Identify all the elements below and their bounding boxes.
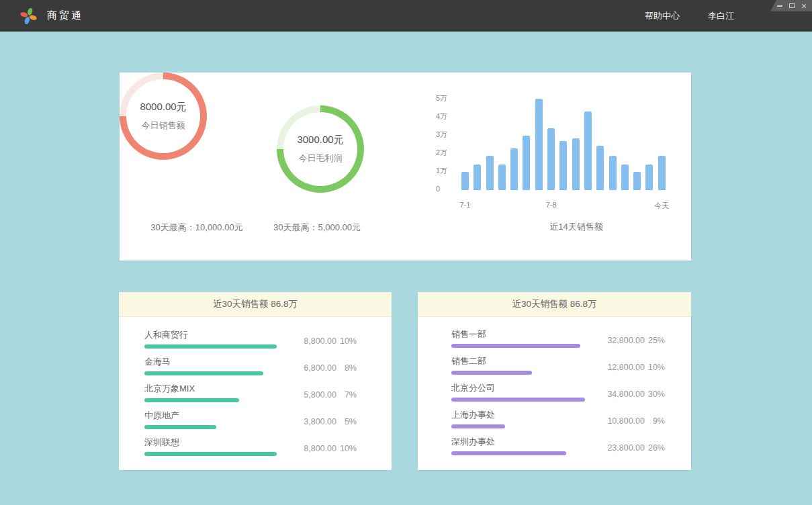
rank-bar — [451, 371, 532, 375]
customer-list: 人和商贸行8,800.0010%金海马6,800.008%北京万象MIX5,80… — [119, 317, 392, 463]
y-tick-label: 5万 — [436, 93, 447, 103]
titlebar: 商贸通 帮助中心 李白江 ✕ — [0, 0, 812, 32]
rank-percent: 8% — [336, 363, 357, 373]
chart-bar — [498, 165, 506, 190]
rank-percent: 7% — [336, 390, 357, 400]
rank-row: 深圳联想8,800.0010% — [144, 437, 357, 463]
chart-bar — [633, 172, 641, 190]
rank-row: 上海办事处10,800.009% — [451, 409, 665, 436]
customer-panel-title: 近30天销售额 86.8万 — [119, 292, 392, 317]
rank-bar — [144, 425, 216, 429]
rank-bar — [144, 398, 239, 402]
customer-sales-panel: 近30天销售额 86.8万 人和商贸行8,800.0010%金海马6,800.0… — [119, 292, 392, 470]
rank-percent: 9% — [645, 416, 665, 426]
y-tick-label: 1万 — [436, 166, 447, 175]
x-tick-label: 7-8 — [546, 201, 557, 209]
rank-amount: 8,800.00 — [284, 444, 336, 453]
chart-bar — [486, 156, 494, 190]
help-center-link[interactable]: 帮助中心 — [645, 10, 680, 22]
rank-value: 32,800.0025% — [592, 336, 665, 345]
x-tick-label: 7-1 — [460, 201, 471, 209]
rank-bar — [144, 345, 277, 349]
rank-bar — [451, 451, 566, 455]
rank-row: 销售二部12,800.0010% — [451, 355, 665, 382]
chart-bar — [645, 165, 653, 190]
minimize-button[interactable] — [776, 3, 783, 9]
today-sales-label: 今日销售额 — [142, 120, 185, 132]
today-sales-value: 8000.00元 — [140, 101, 186, 113]
rank-percent: 26% — [645, 443, 665, 453]
rank-value: 10,800.009% — [592, 416, 665, 426]
rank-row: 人和商贸行8,800.0010% — [144, 329, 357, 356]
y-tick-label: 4万 — [436, 111, 447, 121]
chart-bar — [572, 138, 580, 190]
rank-amount: 34,800.00 — [592, 389, 645, 399]
today-overview-card: 8000.00元 今日销售额 3000.00元 今日毛利润 30天最高：10,0… — [120, 73, 691, 261]
chart-y-axis: 01万2万3万4万5万 — [436, 73, 463, 261]
rank-value: 12,800.0010% — [592, 363, 665, 372]
rank-amount: 10,800.00 — [592, 416, 645, 426]
chart-bar — [609, 156, 617, 190]
today-profit-donut: 3000.00元 今日毛利润 — [277, 105, 364, 193]
app-logo-icon — [19, 7, 38, 26]
rank-bar — [451, 344, 580, 348]
rank-value: 34,800.0030% — [592, 389, 665, 399]
rank-row: 金海马6,800.008% — [144, 356, 357, 383]
maximize-button[interactable] — [788, 3, 795, 9]
chart-bar — [523, 136, 530, 190]
today-profit-label: 今日毛利润 — [299, 152, 343, 165]
y-tick-label: 0 — [436, 184, 440, 193]
rank-value: 8,800.0010% — [284, 444, 357, 453]
chart-caption: 近14天销售额 — [549, 221, 602, 233]
sales-14d-bar-chart — [461, 99, 666, 190]
department-list: 销售一部32,800.0025%销售二部12,800.0010%北京分公司34,… — [418, 317, 691, 463]
app-title: 商贸通 — [47, 9, 83, 22]
rank-value: 8,800.0010% — [284, 336, 357, 346]
rank-percent: 10% — [336, 444, 357, 453]
rank-amount: 8,800.00 — [284, 336, 336, 346]
profit-30d-max-note: 30天最高：5,000.00元 — [273, 222, 361, 234]
rank-amount: 12,800.00 — [592, 363, 645, 372]
rank-value: 6,800.008% — [284, 363, 357, 373]
chart-bar — [658, 156, 666, 190]
sales-30d-max-note: 30天最高：10,000.00元 — [150, 222, 242, 234]
chart-bar — [596, 146, 604, 190]
rank-value: 3,800.005% — [284, 417, 357, 426]
rank-row: 北京分公司34,800.0030% — [451, 382, 665, 409]
rank-amount: 23,800.00 — [592, 443, 645, 453]
today-sales-donut: 8000.00元 今日销售额 — [120, 73, 207, 160]
rank-bar — [451, 424, 505, 428]
chart-bar — [559, 141, 567, 190]
chart-bar — [547, 128, 555, 190]
rank-amount: 5,800.00 — [284, 390, 336, 400]
chart-bar — [473, 165, 481, 190]
rank-amount: 3,800.00 — [284, 417, 336, 426]
today-profit-value: 3000.00元 — [297, 134, 343, 146]
rank-amount: 32,800.00 — [592, 336, 645, 345]
window-controls: ✕ — [770, 0, 812, 11]
rank-row: 深圳办事处23,800.0026% — [451, 436, 665, 463]
rank-value: 5,800.007% — [284, 390, 357, 400]
rank-row: 中原地产3,800.005% — [144, 410, 357, 437]
rank-percent: 10% — [645, 363, 665, 372]
rank-bar — [144, 371, 263, 375]
chart-bar — [621, 165, 629, 190]
rank-amount: 6,800.00 — [284, 363, 336, 373]
chart-bar — [535, 99, 543, 190]
rank-bar — [451, 398, 585, 402]
rank-percent: 5% — [336, 417, 357, 426]
app-window: 商贸通 帮助中心 李白江 ✕ 8000.00元 今日销售额 3000.00元 今… — [0, 0, 812, 505]
y-tick-label: 2万 — [436, 148, 447, 157]
y-tick-label: 3万 — [436, 130, 447, 139]
close-button[interactable]: ✕ — [801, 3, 807, 9]
rank-percent: 25% — [645, 336, 665, 345]
rank-value: 23,800.0026% — [592, 443, 665, 453]
rank-bar — [144, 452, 277, 456]
username[interactable]: 李白江 — [708, 10, 734, 22]
x-tick-label: 今天 — [654, 201, 669, 211]
chart-bar — [584, 111, 592, 190]
chart-bar — [510, 148, 518, 190]
rank-row: 北京万象MIX5,800.007% — [144, 383, 357, 410]
rank-row: 销售一部32,800.0025% — [451, 328, 665, 355]
rank-percent: 10% — [336, 336, 357, 346]
